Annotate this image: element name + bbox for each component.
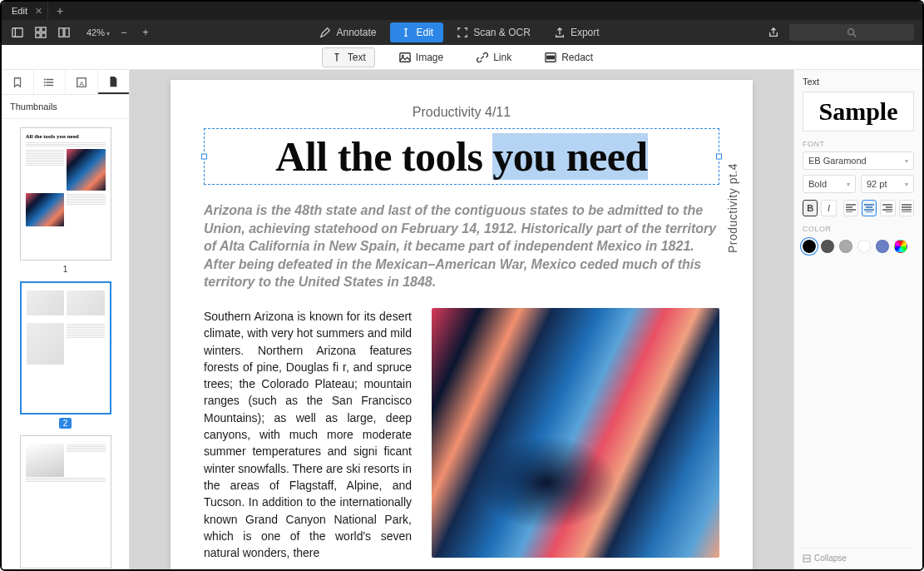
- page-overline: Productivity 4/11: [204, 105, 719, 120]
- two-page-icon[interactable]: [57, 25, 72, 40]
- bold-button[interactable]: B: [803, 200, 818, 216]
- svg-rect-7: [65, 28, 69, 37]
- collapse-icon: [803, 554, 811, 563]
- image-icon: [399, 52, 411, 63]
- font-family-select[interactable]: EB Garamond ▾: [803, 151, 914, 170]
- svg-rect-13: [547, 56, 555, 59]
- search-input[interactable]: [789, 24, 914, 41]
- tab-bar: Edit ✕ +: [2, 2, 922, 20]
- svg-rect-4: [36, 33, 40, 37]
- align-center-button[interactable]: [862, 200, 877, 216]
- thumbnail-page-3[interactable]: [17, 435, 115, 569]
- annotations-tab[interactable]: A: [66, 70, 98, 94]
- font-preview: Sample: [803, 92, 914, 132]
- color-swatch-black[interactable]: [803, 240, 816, 253]
- align-left-icon: [846, 204, 856, 212]
- window-tab-edit[interactable]: Edit ✕: [2, 2, 48, 20]
- redact-icon: [545, 52, 556, 63]
- svg-rect-5: [42, 33, 46, 37]
- text-cursor-icon: [400, 27, 412, 38]
- panel-title: Text: [803, 77, 914, 87]
- align-right-button[interactable]: [880, 200, 895, 216]
- properties-panel: Text Sample FONT EB Garamond ▾ Bold ▾ 92…: [793, 70, 922, 569]
- edit-text-tab[interactable]: Text: [322, 47, 375, 67]
- page-number: 1: [59, 264, 72, 275]
- align-left-button[interactable]: [843, 200, 858, 216]
- thumbnail-page-2[interactable]: 2: [17, 281, 115, 429]
- new-tab-button[interactable]: +: [48, 4, 72, 17]
- svg-point-17: [45, 79, 46, 80]
- svg-line-9: [853, 34, 857, 37]
- font-size-select[interactable]: 92 pt ▾: [861, 175, 914, 193]
- color-swatch-darkgray[interactable]: [821, 240, 834, 253]
- intro-paragraph[interactable]: Arizona is the 48th state and last of th…: [204, 201, 719, 291]
- zoom-out-button[interactable]: −: [116, 25, 131, 40]
- bookmark-icon: [12, 77, 23, 88]
- hero-image[interactable]: [432, 308, 719, 558]
- color-swatch-gray[interactable]: [839, 240, 852, 253]
- export-tool[interactable]: Export: [544, 22, 610, 42]
- edit-redact-tab[interactable]: Redact: [536, 47, 602, 67]
- zoom-in-button[interactable]: +: [138, 25, 153, 40]
- close-tab-icon[interactable]: ✕: [35, 6, 42, 17]
- page-side-label: Productivity pt.4: [726, 163, 739, 253]
- selected-text: you need: [492, 133, 647, 180]
- resize-handle-right[interactable]: [716, 154, 722, 160]
- zoom-level[interactable]: 42%▾: [86, 27, 110, 37]
- scan-icon: [457, 27, 468, 38]
- align-justify-icon: [902, 204, 912, 212]
- color-picker-button[interactable]: [894, 240, 907, 253]
- resize-handle-left[interactable]: [201, 154, 207, 160]
- main-toolbar: 42%▾ − + Annotate Edit Scan & OCR Export: [2, 20, 922, 45]
- svg-rect-10: [400, 52, 410, 62]
- font-weight-select[interactable]: Bold ▾: [803, 175, 856, 193]
- tab-title: Edit: [12, 6, 27, 16]
- svg-point-11: [402, 55, 403, 57]
- svg-point-8: [848, 29, 854, 35]
- chevron-down-icon: ▾: [905, 157, 908, 165]
- search-icon: [846, 27, 857, 38]
- svg-text:A: A: [79, 79, 84, 87]
- svg-point-18: [45, 82, 46, 82]
- color-swatches: [803, 240, 914, 253]
- color-section-label: COLOR: [803, 225, 914, 233]
- svg-rect-3: [42, 27, 46, 32]
- thumbnails-panel: A Thumbnails All the tools you need: [2, 70, 130, 569]
- link-icon: [477, 52, 488, 63]
- svg-rect-6: [59, 28, 63, 37]
- page-number: 2: [59, 418, 72, 429]
- scan-ocr-tool[interactable]: Scan & OCR: [447, 22, 541, 42]
- outline-tab[interactable]: [34, 70, 67, 94]
- page-icon: [107, 76, 119, 87]
- annotate-tool[interactable]: Annotate: [309, 22, 386, 42]
- edit-link-tab[interactable]: Link: [467, 47, 521, 67]
- chevron-down-icon: ▾: [847, 181, 850, 188]
- document-canvas[interactable]: Productivity pt.4 Productivity 4/11 All …: [130, 70, 793, 569]
- thumbnails-header: Thumbnails: [2, 95, 129, 119]
- share-icon[interactable]: [766, 25, 781, 40]
- svg-rect-2: [36, 27, 40, 32]
- thumbnails-tab[interactable]: [98, 70, 130, 94]
- edit-tool[interactable]: Edit: [390, 22, 444, 42]
- page-headline[interactable]: All the tools you need: [213, 132, 710, 181]
- svg-rect-0: [12, 28, 22, 37]
- align-center-icon: [864, 204, 874, 212]
- color-swatch-white[interactable]: [857, 240, 871, 253]
- grid-view-icon[interactable]: [33, 25, 48, 40]
- thumbnail-page-1[interactable]: All the tools you need 1: [17, 127, 115, 275]
- pencil-icon: [319, 27, 331, 38]
- text-frame-icon: A: [76, 77, 87, 88]
- align-right-icon: [882, 204, 892, 212]
- svg-point-19: [45, 85, 46, 86]
- italic-button[interactable]: I: [821, 200, 836, 216]
- collapse-panel-button[interactable]: Collapse: [803, 548, 914, 563]
- edit-image-tab[interactable]: Image: [390, 47, 452, 67]
- outline-icon: [43, 77, 55, 88]
- color-swatch-blue[interactable]: [876, 240, 889, 253]
- chevron-down-icon: ▾: [905, 181, 908, 188]
- headline-edit-frame[interactable]: All the tools you need: [204, 128, 719, 185]
- body-paragraph[interactable]: Southern Arizona is known for its desert…: [204, 308, 412, 561]
- sidebar-toggle-icon[interactable]: [10, 25, 25, 40]
- align-justify-button[interactable]: [899, 200, 914, 216]
- bookmarks-tab[interactable]: [2, 70, 34, 94]
